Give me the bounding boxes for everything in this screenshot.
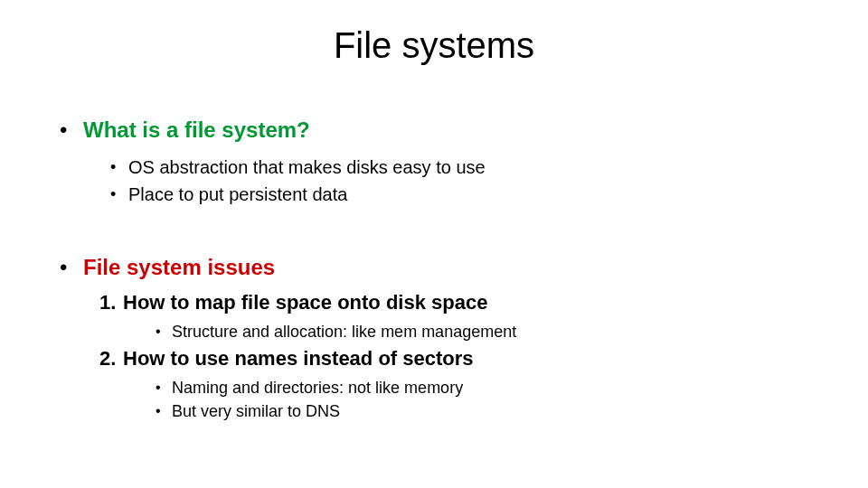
sub-bullet: Structure and allocation: like mem manag… bbox=[154, 320, 816, 343]
bullet-item: OS abstraction that makes disks easy to … bbox=[108, 154, 816, 181]
sub-bullet: Naming and directories: not like memory bbox=[154, 376, 816, 399]
section-heading: File system issues bbox=[83, 255, 275, 279]
section-heading: What is a file system? bbox=[83, 117, 310, 142]
section-issues: File system issues How to map file space… bbox=[56, 253, 816, 423]
slide-body: What is a file system? OS abstraction th… bbox=[56, 116, 816, 428]
slide: File systems What is a file system? OS a… bbox=[0, 0, 868, 488]
slide-title: File systems bbox=[0, 25, 868, 66]
numbered-item: How to map file space onto disk space St… bbox=[99, 289, 816, 343]
bullet-item: Place to put persistent data bbox=[108, 181, 816, 208]
section-what-is: What is a file system? OS abstraction th… bbox=[56, 116, 816, 208]
numbered-label: How to map file space onto disk space bbox=[123, 291, 487, 314]
numbered-item: How to use names instead of sectors Nami… bbox=[99, 345, 816, 423]
spacer bbox=[56, 213, 816, 253]
sub-bullet: But very similar to DNS bbox=[154, 399, 816, 423]
numbered-label: How to use names instead of sectors bbox=[123, 347, 474, 370]
